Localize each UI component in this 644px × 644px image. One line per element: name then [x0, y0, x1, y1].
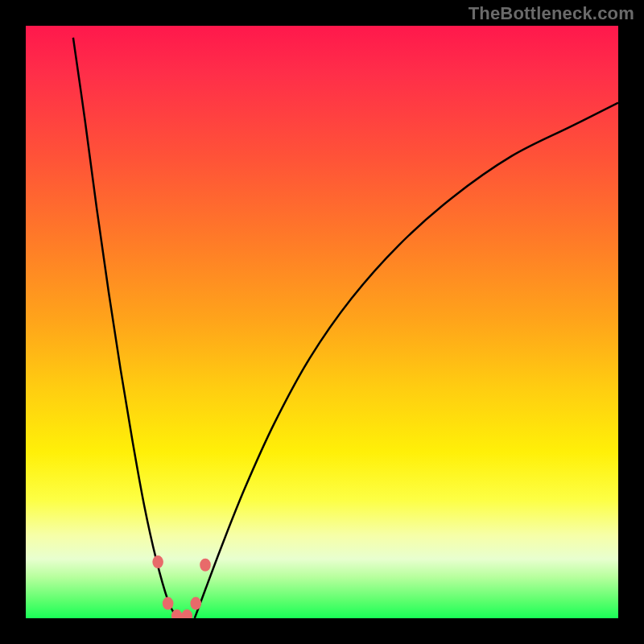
bead-marker [190, 597, 201, 610]
chart-frame: TheBottleneck.com [0, 0, 644, 644]
bead-marker [152, 555, 163, 568]
watermark-text: TheBottleneck.com [469, 3, 634, 24]
bead-marker [163, 597, 174, 610]
curves-layer [26, 26, 618, 618]
curve-right-branch [195, 103, 618, 618]
bead-marker [200, 559, 211, 572]
bead-marker [181, 609, 192, 618]
trough-beads [152, 555, 210, 618]
plot-area [26, 26, 618, 618]
curve-left-branch [73, 38, 177, 618]
